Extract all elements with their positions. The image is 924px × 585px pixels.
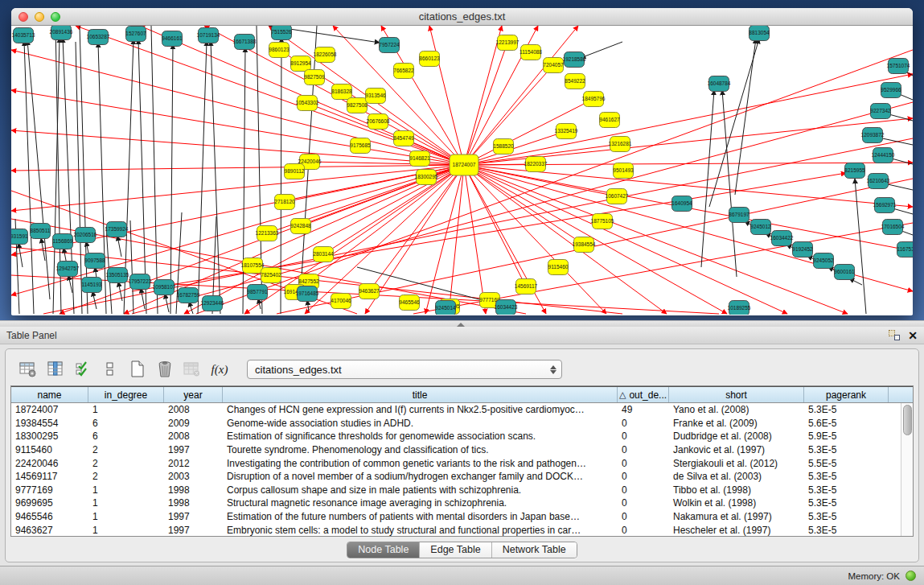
close-window-button[interactable] xyxy=(18,12,28,22)
table-cell[interactable]: 5.3E-5 xyxy=(804,511,889,522)
network-node[interactable]: 8850511 xyxy=(31,224,51,239)
table-cell[interactable]: 19384554 xyxy=(11,418,88,429)
network-node[interactable]: 14569117 xyxy=(515,279,538,295)
table-row[interactable]: 1872400712008Changes of HCN gene express… xyxy=(11,403,901,417)
table-cell[interactable]: 2008 xyxy=(164,404,223,415)
network-node[interactable]: 7665822 xyxy=(393,64,414,79)
network-edge[interactable] xyxy=(581,42,622,58)
table-cell[interactable]: 1998 xyxy=(164,497,223,509)
table-cell[interactable]: 1 xyxy=(88,511,164,522)
network-edge[interactable] xyxy=(198,41,207,314)
network-node[interactable]: 10719134 xyxy=(197,28,220,43)
table-cell[interactable]: 18724007 xyxy=(11,404,88,415)
network-edge[interactable] xyxy=(189,302,193,314)
network-node[interactable]: 17359924 xyxy=(105,222,129,237)
network-edge[interactable] xyxy=(24,41,34,314)
table-cell[interactable]: Embryonic stem cells: a model to study s… xyxy=(223,525,618,536)
network-node[interactable]: 9529966 xyxy=(881,83,901,98)
network-node[interactable]: 7825402 xyxy=(261,268,281,283)
table-row[interactable]: 2242004622012Investigating the contribut… xyxy=(11,456,901,470)
table-cell[interactable]: 22420046 xyxy=(11,458,88,469)
network-node[interactable]: 9890112 xyxy=(285,164,305,179)
column-header-short[interactable]: short xyxy=(669,387,804,402)
minimize-window-button[interactable] xyxy=(35,12,44,22)
network-node[interactable]: 14035713 xyxy=(12,28,35,43)
network-node[interactable]: 9827509 xyxy=(304,70,325,85)
column-header-in_degree[interactable]: in_degree xyxy=(88,387,164,402)
table-cell[interactable]: Yano et al. (2008) xyxy=(669,404,804,415)
panel-splitter[interactable] xyxy=(0,320,924,327)
zoom-window-button[interactable] xyxy=(51,12,60,22)
network-node[interactable]: 11154088 xyxy=(519,45,542,60)
network-node[interactable]: 1588520 xyxy=(493,139,514,154)
network-node[interactable]: 7515526 xyxy=(271,26,292,40)
table-cell[interactable]: Disruption of a novel member of a sodium… xyxy=(223,471,618,482)
network-edge[interactable] xyxy=(307,300,309,311)
column-header-year[interactable]: year xyxy=(164,387,223,402)
table-cell[interactable]: 5.6E-5 xyxy=(804,418,889,429)
network-node[interactable]: 16210643 xyxy=(867,174,890,189)
table-cell[interactable]: 5.9E-5 xyxy=(804,431,889,442)
table-row[interactable]: 977716911998Corpus callosum shape and si… xyxy=(11,484,901,497)
network-node[interactable]: 13325419 xyxy=(555,124,578,139)
network-node[interactable]: 9461627 xyxy=(599,113,620,128)
network-node[interactable]: 12923446 xyxy=(201,296,224,311)
network-node[interactable]: 7204057 xyxy=(543,58,564,73)
network-edge[interactable] xyxy=(464,74,913,165)
table-cell[interactable]: Investigating the contribution of common… xyxy=(223,458,618,469)
network-node[interactable]: 2803144 xyxy=(313,247,334,262)
network-node[interactable]: 12213363 xyxy=(256,226,279,241)
table-cell[interactable]: 5.3E-5 xyxy=(804,404,889,415)
table-cell[interactable]: 0 xyxy=(618,484,669,496)
network-node[interactable]: 19218586 xyxy=(563,52,586,68)
network-node[interactable]: 10607427 xyxy=(606,189,629,204)
network-node[interactable]: 10543302 xyxy=(296,96,319,111)
table-cell[interactable]: 0 xyxy=(618,418,669,429)
network-node[interactable]: 16034423 xyxy=(495,300,518,315)
network-node[interactable]: 15692971 xyxy=(873,198,897,213)
network-node[interactable]: 10189255 xyxy=(728,301,751,315)
network-node[interactable]: 8679197 xyxy=(729,208,749,223)
network-node[interactable]: 16048784 xyxy=(708,76,731,92)
table-cell[interactable]: 1997 xyxy=(164,511,223,522)
table-cell[interactable]: 0 xyxy=(618,431,669,442)
network-node[interactable]: 9192452 xyxy=(792,242,813,257)
table-cell[interactable]: 5.3E-5 xyxy=(804,484,889,496)
network-node[interactable]: 19384554 xyxy=(573,237,596,253)
network-node[interactable]: 4170046 xyxy=(331,294,351,309)
table-cell[interactable]: Tourette syndrome. Phenomenology and cla… xyxy=(223,444,618,455)
network-window[interactable]: citations_edges.txt 18724007986012389129… xyxy=(11,8,913,315)
table-cell[interactable]: 0 xyxy=(618,497,669,509)
network-node[interactable]: 9115460 xyxy=(548,260,569,275)
table-cell[interactable]: Stergiakouli et al. (2012) xyxy=(669,458,804,469)
table-cell[interactable]: 49 xyxy=(618,404,669,415)
table-selector[interactable]: citations_edges.txt xyxy=(247,360,562,379)
table-row[interactable]: 969969511998Structural magnetic resonanc… xyxy=(11,496,901,510)
table-cell[interactable]: 9115460 xyxy=(11,444,88,455)
table-cell[interactable]: 2008 xyxy=(164,431,223,442)
tab-node-table[interactable]: Node Table xyxy=(347,542,420,558)
table-cell[interactable]: Wolkin et al. (1998) xyxy=(669,497,804,509)
table-cell[interactable]: 0 xyxy=(618,458,669,469)
network-node[interactable]: 9860123 xyxy=(269,43,290,58)
network-node[interactable]: 9501493 xyxy=(613,163,634,179)
network-node[interactable]: 9857791 xyxy=(247,285,268,300)
network-edge[interactable] xyxy=(151,26,158,314)
network-edge[interactable] xyxy=(735,39,756,195)
network-edge[interactable] xyxy=(855,179,866,314)
network-node[interactable]: 8454749 xyxy=(393,131,414,146)
table-cell[interactable]: Dudbridge et al. (2008) xyxy=(669,431,804,442)
table-row[interactable]: 946554611997Estimation of the future num… xyxy=(11,510,901,524)
table-cell[interactable]: 9465546 xyxy=(11,511,88,522)
network-node[interactable]: 8660123 xyxy=(419,51,440,67)
network-node[interactable]: 9465546 xyxy=(399,295,420,311)
network-node[interactable]: 1640954 xyxy=(671,196,692,212)
float-panel-icon[interactable] xyxy=(889,330,900,340)
table-row[interactable]: 1456911722003Disruption of a novel membe… xyxy=(11,470,901,484)
network-node[interactable]: 1527607 xyxy=(125,27,146,42)
table-cell[interactable]: 1 xyxy=(88,404,164,415)
table-cell[interactable]: 9463627 xyxy=(11,525,88,536)
table-cell[interactable]: 0 xyxy=(618,444,669,455)
table-cell[interactable]: 5.3E-5 xyxy=(804,444,889,455)
create-table-icon[interactable] xyxy=(126,358,149,381)
